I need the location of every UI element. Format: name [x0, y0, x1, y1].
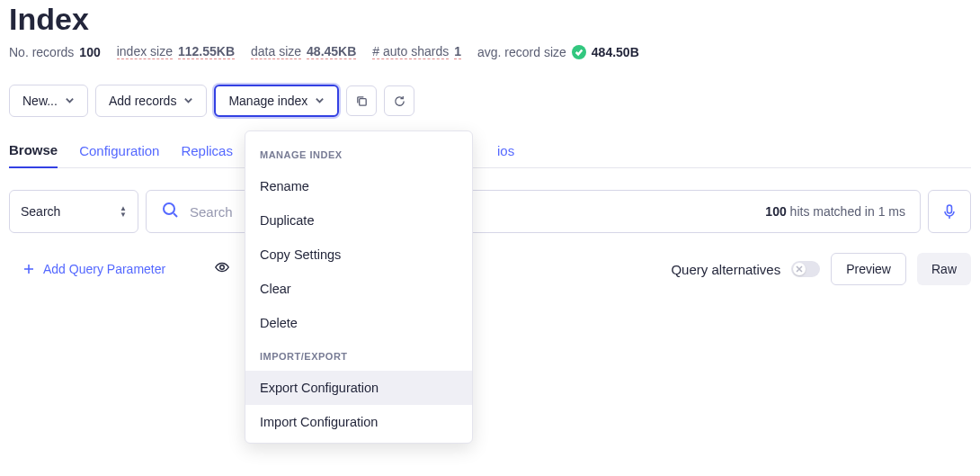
- menu-header-manage: MANAGE INDEX: [245, 139, 472, 169]
- tab-ios[interactable]: ios: [497, 143, 514, 167]
- chevron-down-icon: [183, 94, 193, 108]
- svg-line-2: [174, 213, 177, 217]
- query-alternatives-toggle[interactable]: [791, 261, 820, 277]
- stat-records: No. records 100: [9, 45, 101, 59]
- manage-index-label: Manage index: [228, 94, 307, 108]
- menu-item-duplicate[interactable]: Duplicate: [245, 203, 472, 238]
- tab-configuration[interactable]: Configuration: [79, 143, 159, 167]
- tab-browse[interactable]: Browse: [9, 142, 58, 168]
- menu-item-import-configuration[interactable]: Import Configuration: [245, 405, 472, 439]
- svg-point-7: [220, 265, 225, 270]
- plus-icon: [23, 264, 34, 274]
- sort-arrows-icon: ▲▼: [120, 205, 127, 218]
- search-icon: [161, 201, 179, 222]
- stat-records-label: No. records: [9, 45, 74, 59]
- manage-index-dropdown: MANAGE INDEX Rename Duplicate Copy Setti…: [245, 130, 473, 444]
- check-icon: [572, 45, 586, 59]
- stat-index-size-label[interactable]: index size: [117, 44, 173, 59]
- stat-auto-shards[interactable]: # auto shards 1: [372, 44, 461, 59]
- add-records-button[interactable]: Add records: [95, 85, 207, 117]
- stat-index-size-value[interactable]: 112.55KB: [178, 44, 235, 59]
- menu-item-clear[interactable]: Clear: [245, 272, 472, 306]
- stat-auto-shards-label[interactable]: # auto shards: [372, 44, 449, 59]
- copy-button[interactable]: [346, 85, 377, 116]
- right-controls: Query alternatives Preview Raw: [671, 253, 971, 285]
- query-alternatives-label: Query alternatives: [671, 262, 780, 277]
- search-filter-select[interactable]: Search ▲▼: [9, 190, 138, 233]
- stat-avg-record: avg. record size 484.50B: [477, 45, 639, 59]
- stat-avg-record-value: 484.50B: [592, 45, 639, 59]
- preview-button[interactable]: Preview: [831, 253, 906, 285]
- stat-auto-shards-value[interactable]: 1: [454, 44, 461, 59]
- add-query-parameter-button[interactable]: Add Query Parameter: [9, 262, 165, 276]
- refresh-icon: [393, 94, 406, 108]
- eye-button[interactable]: [214, 259, 230, 279]
- new-button[interactable]: New...: [9, 85, 88, 117]
- index-stats: No. records 100 index size 112.55KB data…: [9, 44, 971, 59]
- microphone-icon: [941, 203, 958, 220]
- manage-index-button[interactable]: Manage index: [214, 85, 339, 117]
- stat-data-size[interactable]: data size 48.45KB: [251, 44, 356, 59]
- menu-item-delete[interactable]: Delete: [245, 306, 472, 340]
- x-icon: [796, 265, 803, 273]
- stat-records-value: 100: [79, 45, 100, 59]
- menu-item-rename[interactable]: Rename: [245, 169, 472, 203]
- stat-data-size-label[interactable]: data size: [251, 44, 301, 59]
- svg-point-1: [164, 203, 174, 214]
- menu-header-import-export: IMPORT/EXPORT: [245, 340, 472, 371]
- tab-replicas[interactable]: Replicas: [181, 143, 233, 167]
- page-title: Index: [9, 2, 971, 37]
- new-button-label: New...: [22, 94, 58, 108]
- toggle-knob: [793, 263, 806, 275]
- copy-icon: [355, 94, 369, 108]
- raw-button[interactable]: Raw: [917, 253, 971, 285]
- under-row: Add Query Parameter Query alternatives P…: [9, 253, 971, 285]
- microphone-button[interactable]: [928, 190, 971, 233]
- stat-data-size-value[interactable]: 48.45KB: [307, 44, 356, 59]
- search-row: Search ▲▼ 100 hits matched in 1 ms: [9, 190, 971, 233]
- menu-item-copy-settings[interactable]: Copy Settings: [245, 238, 472, 272]
- eye-icon: [214, 259, 230, 275]
- add-query-parameter-label: Add Query Parameter: [43, 262, 165, 276]
- chevron-down-icon: [65, 94, 75, 108]
- hits-info: 100 hits matched in 1 ms: [765, 204, 905, 219]
- menu-item-export-configuration[interactable]: Export Configuration: [245, 371, 472, 405]
- chevron-down-icon: [315, 94, 325, 108]
- stat-avg-record-label: avg. record size: [477, 45, 566, 59]
- tabs: Browse Configuration Replicas ios: [9, 142, 971, 168]
- svg-rect-3: [948, 205, 952, 213]
- svg-rect-0: [360, 98, 367, 105]
- search-filter-label: Search: [21, 204, 60, 219]
- refresh-button[interactable]: [384, 85, 414, 116]
- add-records-label: Add records: [109, 94, 176, 108]
- stat-index-size[interactable]: index size 112.55KB: [117, 44, 235, 59]
- toolbar: New... Add records Manage index: [9, 85, 971, 117]
- hits-text: hits matched in 1 ms: [787, 204, 905, 219]
- hits-count: 100: [765, 204, 786, 219]
